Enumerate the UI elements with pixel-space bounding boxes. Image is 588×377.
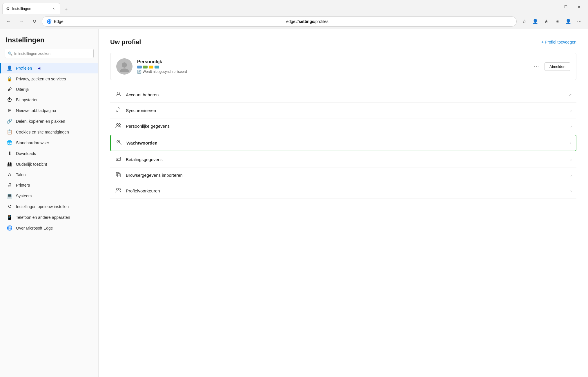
sidebar-item-profielen[interactable]: 👤 Profielen ◀ bbox=[0, 63, 98, 73]
active-arrow: ◀ bbox=[38, 66, 40, 70]
main-layout: Instellingen 🔍 👤 Profielen ◀ 🔒 Privacy, … bbox=[0, 29, 588, 377]
sidebar-item-downloads[interactable]: ⬇ Downloads bbox=[0, 148, 98, 159]
browsergegevens-label: Browsergegevens importeren bbox=[126, 173, 566, 178]
profile-more-button[interactable]: ⋯ bbox=[532, 62, 541, 71]
refresh-button[interactable]: ↻ bbox=[29, 16, 39, 27]
persoonlijk-label: Persoonlijke gegevens bbox=[126, 124, 566, 129]
sidebar-nav: 👤 Profielen ◀ 🔒 Privacy, zoeken en servi… bbox=[0, 63, 98, 233]
menu-item-browsergegevens[interactable]: Browsergegevens importeren › bbox=[110, 167, 576, 183]
nieuwe-tabblad-icon: ⊞ bbox=[7, 108, 12, 113]
sidebar-item-uiterlijk[interactable]: 🖌 Uiterlijk bbox=[0, 84, 98, 95]
sidebar-item-over[interactable]: 🌀 Over Microsoft Edge bbox=[0, 223, 98, 233]
favorites-icon[interactable]: ☆ bbox=[519, 16, 529, 27]
chevron-icon: › bbox=[570, 173, 572, 178]
color-dot-1 bbox=[137, 66, 142, 68]
collections-icon[interactable]: ★ bbox=[541, 16, 551, 27]
minimize-button[interactable]: — bbox=[546, 2, 559, 12]
talen-icon: A bbox=[7, 172, 12, 177]
sidebar-title: Instellingen bbox=[0, 36, 98, 49]
over-icon: 🌀 bbox=[7, 225, 12, 231]
sidebar-item-ouderlijk[interactable]: 👨‍👩‍👧 Ouderlijk toezicht bbox=[0, 159, 98, 169]
sidebar-item-label: Nieuwe tabbladpagina bbox=[16, 108, 56, 113]
sidebar-item-cookies[interactable]: 📋 Cookies en site machtigingen bbox=[0, 127, 98, 137]
chevron-icon: › bbox=[570, 189, 572, 193]
menu-item-profielvoorkeuren[interactable]: Profielvoorkeuren › bbox=[110, 183, 576, 199]
sync-icon: 🔄 bbox=[137, 70, 141, 74]
menu-item-account[interactable]: Account beheren ↗ bbox=[110, 87, 576, 103]
sidebar-item-delen[interactable]: 🔗 Delen, kopiëren en plakken bbox=[0, 116, 98, 127]
new-tab-button[interactable]: + bbox=[61, 5, 71, 14]
svg-point-13 bbox=[117, 188, 119, 190]
sync-label: Synchroniseren bbox=[126, 108, 566, 113]
profile-name: Persoonlijk bbox=[137, 59, 527, 64]
sidebar-item-printers[interactable]: 🖨 Printers bbox=[0, 180, 98, 190]
svg-point-2 bbox=[117, 92, 119, 94]
sidebar-item-label: Profielen bbox=[16, 66, 32, 71]
sign-out-button[interactable]: Afmelden bbox=[545, 62, 570, 71]
user-account-icon[interactable]: 👤 bbox=[563, 16, 574, 27]
address-bar[interactable]: 🌀 Edge | edge://settings/profiles bbox=[42, 16, 517, 27]
page-title: Uw profiel bbox=[110, 38, 141, 46]
svg-point-6 bbox=[118, 141, 119, 142]
navbar: ← → ↻ 🌀 Edge | edge://settings/profiles … bbox=[0, 14, 588, 29]
restore-button[interactable]: ❐ bbox=[559, 2, 572, 12]
menu-item-synchroniseren[interactable]: Synchroniseren › bbox=[110, 103, 576, 118]
menu-item-betalingen[interactable]: Betalingsgegevens › bbox=[110, 152, 576, 167]
sidebar-item-label: Standaardbrowser bbox=[16, 140, 49, 145]
svg-point-0 bbox=[122, 62, 127, 68]
account-label: Account beheren bbox=[126, 92, 565, 97]
sync-icon bbox=[115, 107, 122, 114]
sidebar-item-label: Talen bbox=[16, 172, 26, 177]
sidebar-item-label: Printers bbox=[16, 183, 30, 187]
sidebar-item-label: Privacy, zoeken en services bbox=[16, 77, 66, 81]
content-area: Uw profiel + Profiel toevoegen Persoonli… bbox=[99, 29, 588, 377]
forward-button[interactable]: → bbox=[16, 16, 27, 27]
color-dot-3 bbox=[149, 66, 153, 68]
svg-point-3 bbox=[117, 124, 119, 126]
sidebar-item-talen[interactable]: A Talen bbox=[0, 169, 98, 180]
betalingen-label: Betalingsgegevens bbox=[126, 157, 566, 162]
chevron-icon: › bbox=[570, 124, 572, 129]
sidebar-item-privacy[interactable]: 🔒 Privacy, zoeken en services bbox=[0, 73, 98, 84]
profile-icon[interactable]: 👤 bbox=[530, 16, 540, 27]
sidebar-item-instellingen-opnieuw[interactable]: ↺ Instellingen opnieuw instellen bbox=[0, 201, 98, 212]
printers-icon: 🖨 bbox=[7, 183, 12, 188]
more-tools-button[interactable]: ⋯ bbox=[574, 16, 585, 27]
address-url: edge://settings/profiles bbox=[286, 19, 512, 24]
telefoon-icon: 📱 bbox=[7, 214, 12, 220]
close-button[interactable]: ✕ bbox=[572, 2, 586, 12]
back-button[interactable]: ← bbox=[3, 16, 14, 27]
svg-rect-11 bbox=[117, 174, 120, 177]
nav-actions: ☆ 👤 ★ ⊞ 👤 ⋯ bbox=[519, 16, 585, 27]
sidebar-item-systeem[interactable]: 💻 Systeem bbox=[0, 190, 98, 201]
profielvoorkeuren-icon bbox=[115, 187, 122, 194]
sidebar-item-nieuwe-tabblad[interactable]: ⊞ Nieuwe tabbladpagina bbox=[0, 105, 98, 116]
svg-rect-9 bbox=[117, 159, 118, 160]
browser-essentials-icon[interactable]: ⊞ bbox=[552, 16, 562, 27]
svg-point-4 bbox=[119, 124, 121, 126]
tab-close-button[interactable]: × bbox=[51, 6, 57, 12]
tabs-container: ⚙ Instellingen × + bbox=[2, 0, 545, 14]
add-profile-button[interactable]: + Profiel toevoegen bbox=[541, 40, 576, 44]
profile-colors bbox=[137, 66, 527, 68]
sidebar-item-telefoon[interactable]: 📱 Telefoon en andere apparaten bbox=[0, 212, 98, 223]
titlebar: ⚙ Instellingen × + — ❐ ✕ bbox=[0, 0, 588, 14]
menu-item-persoonlijk[interactable]: Persoonlijke gegevens › bbox=[110, 118, 576, 134]
search-box[interactable]: 🔍 bbox=[5, 49, 94, 58]
menu-item-wachtwoorden[interactable]: Wachtwoorden › bbox=[110, 135, 576, 151]
address-edge-label: Edge bbox=[54, 19, 280, 24]
standaardbrowser-icon: 🌐 bbox=[7, 140, 12, 145]
cookies-icon: 📋 bbox=[7, 129, 12, 135]
address-prefix: edge:// bbox=[286, 19, 299, 24]
browsergegevens-icon bbox=[115, 172, 122, 179]
svg-rect-7 bbox=[116, 157, 121, 160]
content-header: Uw profiel + Profiel toevoegen bbox=[110, 38, 576, 46]
search-input[interactable] bbox=[14, 51, 90, 56]
sidebar-item-label: Over Microsoft Edge bbox=[16, 226, 53, 230]
sidebar-item-standaardbrowser[interactable]: 🌐 Standaardbrowser bbox=[0, 137, 98, 148]
sidebar-item-bij-opstarten[interactable]: ⏻ Bij opstarten bbox=[0, 95, 98, 105]
uiterlijk-icon: 🖌 bbox=[7, 87, 12, 92]
active-tab[interactable]: ⚙ Instellingen × bbox=[2, 3, 60, 14]
profile-info: Persoonlijk 🔄 Wordt niet gesynchroniseer… bbox=[137, 59, 527, 74]
sidebar-item-label: Bij opstarten bbox=[16, 98, 39, 102]
